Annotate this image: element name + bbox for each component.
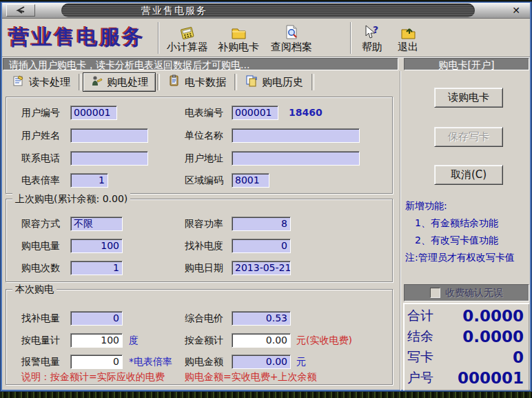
group-title: 上次购电(累计余额: 0.00) bbox=[12, 193, 130, 204]
field-label: 购电日期 bbox=[185, 261, 223, 275]
note-line: 2、有改写卡值功能 bbox=[405, 232, 529, 249]
titlebar[interactable]: 营业售电服务 ✕ bbox=[2, 3, 530, 19]
adjust-degree-field: 0 bbox=[232, 239, 291, 253]
field-label: 按电量计 bbox=[21, 333, 60, 348]
area-code-field: 8001 bbox=[232, 173, 269, 188]
fee-confirm-label: 收费确认无误 bbox=[445, 287, 503, 299]
unit-price-field: 0.53 bbox=[232, 311, 291, 326]
desktop-edge bbox=[0, 392, 532, 398]
total-row: 结余 0.0000 bbox=[407, 326, 524, 347]
titlebar-stripes bbox=[61, 3, 475, 17]
total-value: 0.0000 bbox=[462, 307, 524, 325]
calculator-icon bbox=[178, 21, 196, 41]
last-purchase-group: 上次购电(累计余额: 0.00) 限容方式 不限 限容功率 8 购电电量 100… bbox=[6, 199, 393, 282]
field-label: 区域编码 bbox=[185, 173, 223, 188]
field-label: 用户姓名 bbox=[21, 128, 60, 143]
total-label: 结余 bbox=[407, 328, 433, 346]
by-energy-input[interactable]: 100 bbox=[70, 333, 123, 348]
field-label: 用户编号 bbox=[21, 106, 60, 120]
by-amount-input[interactable]: 0.00 bbox=[232, 333, 291, 348]
field-label: 购电电量 bbox=[21, 239, 60, 253]
group-title: 本次购电 bbox=[12, 283, 57, 295]
toolbar-separator bbox=[350, 22, 351, 54]
calculator-button[interactable]: 小计算器 bbox=[163, 21, 212, 56]
limit-power-field: 8 bbox=[232, 217, 291, 231]
window-title: 营业售电服务 bbox=[141, 5, 207, 17]
app-title: 营业售电服务 bbox=[9, 23, 145, 52]
card-topup-button[interactable]: 补购电卡 bbox=[214, 21, 263, 56]
total-row: 写卡 0 bbox=[407, 347, 524, 368]
field-label: 限容方式 bbox=[21, 217, 60, 231]
unit-text: *电表倍率 bbox=[129, 355, 172, 369]
field-label: 电表倍率 bbox=[21, 173, 60, 188]
buy-power-icon bbox=[90, 74, 103, 90]
field-label: 单位名称 bbox=[185, 128, 223, 143]
close-icon[interactable]: ✕ bbox=[509, 4, 523, 17]
field-label: 联系电话 bbox=[21, 151, 60, 166]
archive-search-icon bbox=[283, 21, 300, 41]
total-amount-field: 0.00 bbox=[232, 355, 291, 369]
note-line: 注:管理员才有权改写卡值 bbox=[405, 249, 529, 266]
tab-separator bbox=[311, 74, 314, 90]
meter-extra-code: 18460 bbox=[289, 106, 323, 120]
save-write-card-button[interactable]: 保存写卡 bbox=[434, 127, 503, 147]
tab-read-card[interactable]: 读卡处理 bbox=[6, 73, 77, 91]
field-label: 综合电价 bbox=[185, 311, 223, 326]
note-text: 购电金额=实收电费+上次余额 bbox=[185, 370, 316, 384]
app-logo-icon bbox=[6, 4, 35, 17]
field-label: 购电金额 bbox=[185, 355, 223, 369]
org-name-field bbox=[232, 128, 360, 143]
archive-lookup-button[interactable]: 查阅档案 bbox=[267, 21, 316, 56]
help-icon: ? bbox=[363, 21, 381, 41]
user-id-field: 000001 bbox=[70, 106, 117, 120]
fee-confirm-checkbox[interactable] bbox=[430, 288, 440, 298]
meter-rate-field: 1 bbox=[70, 173, 108, 188]
fee-confirm-bar: 收费确认无误 bbox=[404, 284, 529, 301]
total-label: 合计 bbox=[407, 307, 433, 325]
card-folder-icon bbox=[230, 21, 247, 41]
cancel-button[interactable]: 取消(C) bbox=[434, 165, 503, 185]
tab-separator bbox=[234, 74, 237, 90]
tab-label: 电卡数据 bbox=[185, 76, 226, 89]
tab-separator bbox=[79, 74, 81, 90]
tab-buy-power[interactable]: 购电处理 bbox=[83, 72, 156, 92]
alarm-energy-input[interactable]: 0 bbox=[70, 355, 123, 369]
unit-text: 度 bbox=[129, 333, 139, 348]
totals-panel: 合计 0.0000 结余 0.0000 写卡 0 户号 000001 bbox=[403, 303, 529, 390]
tab-label: 购电历史 bbox=[262, 76, 303, 89]
note-line: 新增功能: bbox=[405, 197, 529, 215]
tab-purchase-history[interactable]: 购电历史 bbox=[238, 73, 310, 91]
field-label: 限容功率 bbox=[185, 217, 223, 231]
field-label: 按金额计 bbox=[185, 333, 223, 348]
total-label: 写卡 bbox=[407, 348, 433, 366]
card-data-icon bbox=[168, 74, 181, 90]
tab-card-data[interactable]: 电卡数据 bbox=[161, 73, 233, 91]
total-row: 合计 0.0000 bbox=[407, 306, 524, 326]
side-panel-title: 购电卡[开户] bbox=[404, 58, 529, 70]
address-field bbox=[232, 151, 360, 166]
exit-icon bbox=[400, 21, 416, 41]
new-features-notes: 新增功能: 1、有金额结余功能 2、有改写卡值功能 注:管理员才有权改写卡值 bbox=[405, 197, 529, 266]
last-energy-field: 100 bbox=[70, 239, 123, 253]
adjust-energy-field: 0 bbox=[70, 311, 123, 326]
toolbar-label: 退出 bbox=[398, 41, 418, 53]
toolbar-label: 查阅档案 bbox=[271, 41, 312, 53]
unit-text: 元(实收电费) bbox=[296, 333, 352, 348]
note-text: 说明：按金额计=实际应收的电费 bbox=[21, 370, 165, 384]
svg-text:?: ? bbox=[373, 24, 378, 35]
total-label: 户号 bbox=[407, 369, 433, 387]
tab-label: 购电处理 bbox=[107, 76, 148, 89]
exit-button[interactable]: 退出 bbox=[392, 21, 424, 56]
help-button[interactable]: ? 帮助 bbox=[356, 21, 388, 56]
unit-text: 元 bbox=[296, 355, 306, 369]
read-card-button[interactable]: 读购电卡 bbox=[434, 88, 503, 108]
current-purchase-group: 本次购电 找补电量 0 综合电价 0.53 按电量计 100 度 按金额计 0.… bbox=[6, 289, 393, 385]
field-label: 购电次数 bbox=[21, 261, 60, 275]
toolbar: 营业售电服务 小计算器 补购电卡 bbox=[2, 19, 530, 57]
tabbar: 读卡处理 购电处理 电卡数据 bbox=[6, 72, 394, 92]
phone-field bbox=[70, 151, 148, 166]
tab-label: 读卡处理 bbox=[29, 76, 70, 89]
total-value: 0 bbox=[513, 348, 524, 366]
tab-separator bbox=[157, 74, 160, 90]
user-info-group: 用户编号 000001 电表编号 000001 18460 用户姓名 单位名称 … bbox=[6, 97, 393, 194]
